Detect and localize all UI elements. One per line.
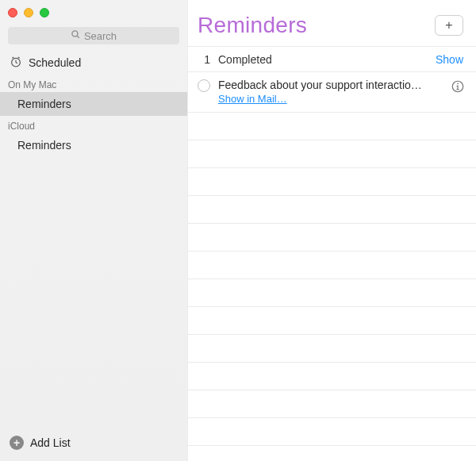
reminder-title: Feedback about your support interactio…	[218, 79, 443, 91]
sidebar-section-header-icloud: iCloud	[0, 116, 187, 133]
empty-row[interactable]	[188, 113, 476, 140]
sidebar-item-label: Reminders	[10, 139, 71, 152]
window-maximize-button[interactable]	[40, 8, 49, 17]
main-panel: Reminders + 1 Completed Show Feedback ab…	[188, 0, 476, 461]
sidebar: Search Scheduled On My Mac Reminders iCl…	[0, 0, 188, 461]
list-title: Reminders	[198, 13, 307, 38]
search-container: Search	[0, 21, 187, 51]
empty-row[interactable]	[188, 307, 476, 335]
reminder-row[interactable]: Feedback about your support interactio… …	[188, 72, 476, 113]
sidebar-item-scheduled[interactable]: Scheduled	[0, 51, 187, 75]
empty-row[interactable]	[188, 168, 476, 196]
sidebar-item-reminders-local[interactable]: Reminders	[0, 92, 187, 116]
svg-line-5	[12, 57, 13, 58]
plus-circle-icon: +	[10, 436, 24, 450]
svg-line-6	[18, 57, 20, 58]
empty-row[interactable]	[188, 363, 476, 390]
sidebar-section-header-onmymac: On My Mac	[0, 75, 187, 92]
sidebar-item-label: Reminders	[10, 98, 71, 110]
empty-row[interactable]	[188, 390, 476, 418]
show-completed-button[interactable]: Show	[436, 53, 463, 66]
empty-row[interactable]	[188, 196, 476, 224]
svg-line-1	[77, 36, 79, 38]
reminder-checkbox[interactable]	[198, 79, 210, 92]
add-list-button[interactable]: + Add List	[0, 428, 187, 461]
empty-row[interactable]	[188, 279, 476, 307]
svg-point-0	[72, 31, 78, 36]
search-icon	[71, 29, 81, 42]
window-close-button[interactable]	[8, 8, 17, 17]
empty-row[interactable]	[188, 140, 476, 168]
search-placeholder: Search	[84, 30, 117, 42]
svg-line-4	[16, 62, 17, 63]
add-reminder-button[interactable]: +	[435, 15, 463, 36]
add-list-label: Add List	[30, 436, 71, 449]
completed-label: Completed	[218, 53, 428, 66]
empty-row[interactable]	[188, 252, 476, 279]
window-minimize-button[interactable]	[24, 8, 33, 17]
sidebar-item-reminders-icloud[interactable]: Reminders	[0, 133, 187, 157]
empty-row[interactable]	[188, 335, 476, 363]
clock-icon	[10, 56, 22, 71]
show-in-mail-link[interactable]: Show in Mail…	[218, 93, 287, 105]
empty-rows-area	[188, 113, 476, 461]
reminder-body: Feedback about your support interactio… …	[218, 79, 443, 106]
search-input[interactable]: Search	[8, 27, 179, 44]
app-window: Search Scheduled On My Mac Reminders iCl…	[0, 0, 476, 461]
sidebar-item-label: Scheduled	[29, 56, 81, 69]
empty-row[interactable]	[188, 418, 476, 446]
completed-summary-row: 1 Completed Show	[188, 47, 476, 72]
plus-icon: +	[445, 18, 452, 33]
window-titlebar	[0, 0, 187, 21]
main-header: Reminders +	[188, 0, 476, 47]
empty-row[interactable]	[188, 224, 476, 252]
completed-count: 1	[198, 53, 210, 66]
info-icon[interactable]	[451, 79, 465, 94]
